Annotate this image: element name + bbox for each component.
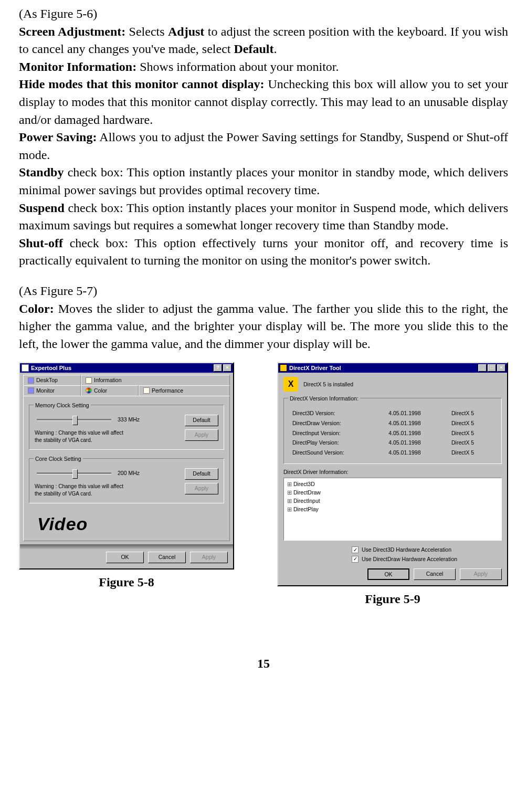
tab-label: Performance [152,387,183,395]
tab-monitor[interactable]: Monitor [23,385,81,396]
suspend-para: Suspend check box: This option instantly… [19,199,508,235]
ok-button[interactable]: OK [106,552,144,563]
core-clock-slider[interactable] [35,468,113,479]
table-row: Direct3D Version:4.05.01.1998DirectX 5 [290,409,495,418]
color-para: Color: Moves the slider to adjust the ga… [19,300,508,353]
info-icon [86,377,92,384]
cancel-button[interactable]: Cancel [148,552,186,563]
group-legend: Core Clock Setting [34,455,83,463]
tab-label: Information [94,376,122,384]
core-clock-value: 200 MHz [118,469,146,477]
tab-label: DeskTop [36,376,58,384]
directx-icon: X [283,377,298,392]
standby-para: Standby check box: This option instantly… [19,164,508,199]
checkbox[interactable]: ✓ [352,556,359,563]
titlebar[interactable]: Expertool Plus ? × [20,363,233,373]
minimize-button[interactable]: _ [478,364,487,372]
direct3d-accel-checkbox-row: ✓ Use Direct3D Hardware Acceleration [352,546,507,554]
color-icon [86,387,92,394]
figure-5-6-ref: (As Figure 5-6) [19,5,508,23]
expertool-dialog: Expertool Plus ? × DeskTop Information M… [19,362,234,570]
app-icon [280,364,287,372]
help-button[interactable]: ? [214,364,222,372]
group-legend: DirectX Version Information: [288,395,360,403]
suspend-label: Suspend [19,201,65,215]
tab-desktop[interactable]: DeskTop [23,375,81,385]
text: Selects [125,25,168,38]
memory-default-button[interactable]: Default [185,415,218,426]
monitor-info-para: Monitor Information: Shows information a… [19,58,508,76]
cancel-button[interactable]: Cancel [414,568,456,580]
core-default-button[interactable]: Default [185,468,218,480]
memory-clock-value: 333 MHz [118,416,146,424]
apply-button[interactable]: Apply [460,568,502,580]
driver-info-label: DirectX Driver Information: [283,468,502,476]
tree-item[interactable]: DirectPlay [287,505,498,514]
core-apply-button[interactable]: Apply [185,483,218,494]
dialog-title: DirectX Driver Tool [289,364,341,372]
tab-color[interactable]: Color [81,385,139,396]
performance-panel: Memory Clock Setting 333 MHz Warning : C… [23,396,230,542]
checkbox-label: Use DirectDraw Hardware Acceleration [362,555,457,563]
hide-modes-label: Hide modes that this monitor cannot disp… [19,77,265,91]
version-info-group: DirectX Version Information: Direct3D Ve… [283,398,502,463]
text: . [273,42,277,56]
table-row: DirectPlay Version:4.05.01.1998DirectX 5 [290,438,495,447]
desktop-icon [28,377,34,384]
version-table: Direct3D Version:4.05.01.1998DirectX 5 D… [289,408,496,458]
group-legend: Memory Clock Setting [34,402,91,409]
ok-button[interactable]: OK [367,568,409,580]
power-saving-label: Power Saving: [19,130,97,144]
table-row: DirectInput Version:4.05.01.1998DirectX … [290,429,495,438]
page-number: 15 [19,655,508,673]
tab-label: Color [94,387,107,395]
figure-5-8-caption: Figure 5-8 [99,574,154,592]
figure-5-9-caption: Figure 5-9 [365,590,420,608]
driver-tree[interactable]: Direct3D DirectDraw DirectInput DirectPl… [283,478,502,541]
default-bold: Default [234,42,273,56]
text: Shows information about your monitor. [136,60,339,73]
tree-item[interactable]: Direct3D [287,480,498,489]
tab-label: Monitor [36,387,55,395]
directx-dialog: DirectX Driver Tool _ □ × X DirectX 5 is… [277,362,508,586]
memory-clock-group: Memory Clock Setting 333 MHz Warning : C… [29,405,224,450]
memory-warning: Warning : Change this value will affect … [35,429,129,444]
figure-5-7-ref: (As Figure 5-7) [19,282,508,300]
power-saving-para: Power Saving: Allows you to adjust the P… [19,129,508,164]
performance-icon [143,387,150,394]
tab-performance[interactable]: Performance [139,385,230,396]
titlebar[interactable]: DirectX Driver Tool _ □ × [278,363,507,373]
tab-information[interactable]: Information [81,375,230,385]
text: check box: This option instantly places … [19,201,508,233]
hide-modes-para: Hide modes that this monitor cannot disp… [19,76,508,129]
color-label: Color: [19,302,54,315]
shutoff-para: Shut-off check box: This option effectiv… [19,235,508,270]
monitor-icon [28,387,34,394]
checkbox-label: Use Direct3D Hardware Acceleration [362,546,451,554]
maximize-button[interactable]: □ [488,364,496,372]
app-icon [22,364,29,372]
standby-label: Standby [19,165,64,179]
memory-apply-button[interactable]: Apply [185,429,218,441]
video-logo: Video [37,512,225,537]
apply-button[interactable]: Apply [190,552,228,563]
table-row: DirectDraw Version:4.05.01.1998DirectX 5 [290,419,495,428]
screen-adjustment-label: Screen Adjustment: [19,25,125,38]
core-warning: Warning : Change this value will affect … [35,483,129,498]
memory-clock-slider[interactable] [35,415,113,425]
core-clock-group: Core Clock Setting 200 MHz Warning : Cha… [29,458,224,503]
screen-adjustment-para: Screen Adjustment: Selects Adjust to adj… [19,23,508,58]
text: check box: This option effectively turns… [19,236,508,268]
shutoff-label: Shut-off [19,236,63,250]
directdraw-accel-checkbox-row: ✓ Use DirectDraw Hardware Acceleration [352,555,507,563]
close-button[interactable]: × [223,364,231,372]
monitor-info-label: Monitor Information: [19,60,136,73]
checkbox[interactable]: ✓ [352,546,359,553]
text: check box: This option instantly places … [19,165,508,197]
tree-item[interactable]: DirectDraw [287,489,498,497]
tree-item[interactable]: DirectInput [287,497,498,505]
close-button[interactable]: × [497,364,505,372]
adjust-bold: Adjust [168,25,204,38]
text: Moves the slider to adjust the gamma val… [19,302,508,351]
table-row: DirectSound Version:4.05.01.1998DirectX … [290,448,495,457]
